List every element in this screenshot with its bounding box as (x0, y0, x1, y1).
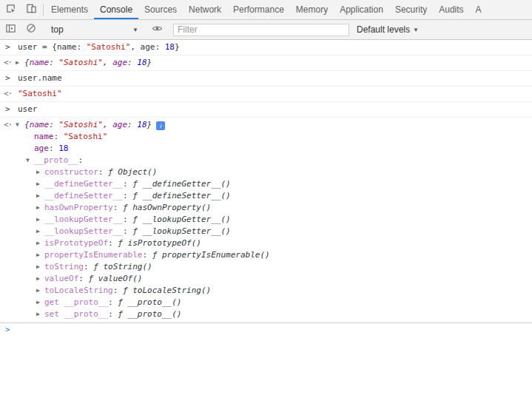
tab-sources[interactable]: Sources (138, 0, 183, 19)
twisty-collapsed-icon[interactable]: ▶ (36, 297, 40, 308)
token-name-dim: set __proto__ (44, 309, 108, 319)
token: : (98, 167, 108, 177)
token: : (123, 215, 132, 224)
console-result[interactable]: <·▼{name: "Satoshi", age: 18}i (0, 119, 532, 131)
token-number: 18 (137, 120, 147, 129)
execution-context-label: top (51, 24, 64, 35)
tree-row[interactable]: ▶toString: ƒ toString() (0, 261, 532, 273)
result-chevron-icon: <· (4, 57, 12, 69)
token-name-dim: __defineSetter__ (44, 191, 123, 200)
twisty-collapsed-icon[interactable]: ▶ (36, 285, 40, 297)
console-input[interactable] (18, 323, 532, 338)
token-func: ƒ __lookupGetter__() (132, 215, 230, 224)
token-string: "Satoshi" (18, 89, 62, 98)
devtools-window: ElementsConsoleSourcesNetworkPerformance… (0, 0, 532, 398)
twisty-collapsed-icon[interactable]: ▶ (36, 249, 40, 261)
token-func: ƒ Object() (108, 167, 157, 177)
tab-performance[interactable]: Performance (227, 0, 290, 19)
token: : (108, 309, 118, 319)
tab-memory[interactable]: Memory (290, 0, 334, 19)
token: : (108, 238, 118, 248)
tab-a[interactable]: A (470, 0, 488, 19)
log-levels-label: Default levels (357, 24, 410, 35)
token: } (175, 42, 180, 52)
empty-area (0, 338, 532, 398)
execution-context-selector[interactable]: top ▼ (45, 24, 143, 35)
twisty-collapsed-icon[interactable]: ▶ (16, 57, 19, 69)
twisty-collapsed-icon[interactable]: ▶ (36, 237, 40, 249)
clear-console-button[interactable] (21, 23, 41, 36)
token-func: ƒ propertyIsEnumerable() (152, 250, 270, 260)
token-func: ƒ __defineGetter__() (132, 179, 230, 189)
command-chevron-icon: > (5, 72, 10, 84)
twisty-collapsed-icon[interactable]: ▶ (36, 214, 40, 226)
twisty-collapsed-icon[interactable]: ▶ (36, 202, 40, 214)
tree-row[interactable]: ▶__defineGetter__: ƒ __defineGetter__() (0, 178, 532, 190)
prompt-chevron-icon: > (5, 325, 10, 334)
tree-row[interactable]: ▶set __proto__: ƒ __proto__() (0, 308, 532, 320)
eye-icon (152, 23, 163, 37)
tab-security[interactable]: Security (389, 0, 433, 19)
console-entry-result: <·▼{name: "Satoshi", age: 18}iname: "Sat… (0, 118, 532, 323)
tree-row[interactable]: ▶toLocaleString: ƒ toLocaleString() (0, 285, 532, 297)
token-func: ƒ __proto__() (118, 297, 181, 307)
inspect-element-button[interactable] (0, 0, 21, 19)
device-toolbar-icon (26, 3, 37, 17)
token-name: age (112, 120, 127, 129)
token: user (18, 104, 38, 114)
tree-row[interactable]: ▶__lookupGetter__: ƒ __lookupGetter__() (0, 214, 532, 226)
token: : (127, 120, 137, 129)
device-toolbar-button[interactable] (21, 0, 41, 19)
tree-row[interactable]: ▶__defineSetter__: ƒ __defineSetter__() (0, 190, 532, 202)
tree-row[interactable]: ▶get __proto__: ƒ __proto__() (0, 297, 532, 308)
token: : (123, 226, 132, 236)
twisty-collapsed-icon[interactable]: ▶ (36, 261, 40, 273)
console-entry-command: >user (0, 102, 532, 118)
console-result[interactable]: <·▶{name: "Satoshi", age: 18} (0, 57, 532, 69)
tree-row[interactable]: ▶__lookupSetter__: ƒ __lookupSetter__() (0, 226, 532, 237)
token-name-dim: __proto__ (34, 155, 78, 165)
tab-audits[interactable]: Audits (433, 0, 469, 19)
tree-row[interactable]: ▶hasOwnProperty: ƒ hasOwnProperty() (0, 202, 532, 214)
twisty-collapsed-icon[interactable]: ▶ (36, 178, 40, 190)
token-func: ƒ isPrototypeOf() (118, 238, 201, 248)
filter-input[interactable] (173, 24, 349, 36)
live-expression-button[interactable] (147, 23, 167, 37)
tree-row[interactable]: ▶propertyIsEnumerable: ƒ propertyIsEnume… (0, 249, 532, 261)
token-name-dim: toLocaleString (44, 286, 113, 295)
tab-network[interactable]: Network (183, 0, 227, 19)
tree-row[interactable]: ▶constructor: ƒ Object() (0, 166, 532, 178)
console-entry-command: >user.name (0, 71, 532, 87)
twisty-expanded-icon[interactable]: ▼ (26, 155, 30, 166)
twisty-collapsed-icon[interactable]: ▶ (36, 273, 40, 285)
tree-row: age: 18 (0, 143, 532, 155)
token-name-dim: propertyIsEnumerable (44, 250, 142, 260)
twisty-collapsed-icon[interactable]: ▶ (36, 190, 40, 202)
log-levels-dropdown[interactable]: Default levels ▼ (357, 24, 419, 35)
token-name: name (34, 132, 54, 141)
token: : (123, 191, 132, 200)
tab-console[interactable]: Console (94, 0, 138, 19)
token-func: ƒ __defineSetter__() (132, 191, 230, 200)
token-func: ƒ valueOf() (89, 274, 143, 283)
tab-application[interactable]: Application (334, 0, 389, 19)
twisty-collapsed-icon[interactable]: ▶ (36, 308, 40, 320)
console-entry-result: <·"Satoshi" (0, 87, 532, 102)
token: : (108, 297, 118, 307)
token: : (49, 58, 58, 67)
token-string: "Satoshi" (58, 120, 103, 129)
console-entry-command: >user = {name: "Satoshi", age: 18} (0, 40, 532, 55)
token-string: "Satoshi" (87, 42, 131, 52)
devtools-tabbar: ElementsConsoleSourcesNetworkPerformance… (0, 0, 532, 20)
twisty-collapsed-icon[interactable]: ▶ (36, 166, 40, 178)
twisty-collapsed-icon[interactable]: ▶ (36, 226, 40, 237)
tab-elements[interactable]: Elements (45, 0, 94, 19)
tree-row[interactable]: ▶valueOf: ƒ valueOf() (0, 273, 532, 285)
command-chevron-icon: > (5, 41, 10, 53)
token-func: ƒ __lookupSetter__() (132, 226, 230, 236)
twisty-expanded-icon[interactable]: ▼ (16, 119, 19, 131)
console-sidebar-button[interactable] (0, 23, 21, 37)
console-messages: >user = {name: "Satoshi", age: 18}<·▶{na… (0, 40, 532, 323)
tree-row[interactable]: ▶isPrototypeOf: ƒ isPrototypeOf() (0, 237, 532, 249)
tree-row[interactable]: ▼__proto__: (0, 155, 532, 166)
